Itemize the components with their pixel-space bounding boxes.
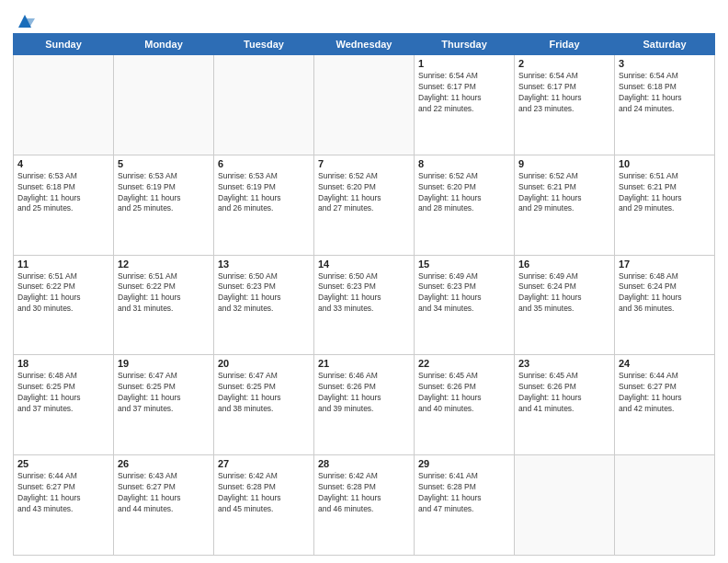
day-number: 12 — [118, 259, 210, 270]
calendar-cell — [114, 55, 214, 155]
day-info: Sunrise: 6:53 AMSunset: 6:18 PMDaylight:… — [17, 171, 109, 215]
day-info: Sunrise: 6:43 AMSunset: 6:27 PMDaylight:… — [118, 471, 210, 515]
day-number: 6 — [218, 158, 310, 169]
day-info: Sunrise: 6:45 AMSunset: 6:26 PMDaylight:… — [518, 371, 610, 415]
day-info: Sunrise: 6:45 AMSunset: 6:26 PMDaylight:… — [418, 371, 510, 415]
logo — [13, 13, 35, 31]
day-info: Sunrise: 6:48 AMSunset: 6:24 PMDaylight:… — [619, 271, 711, 316]
calendar-cell: 8Sunrise: 6:52 AMSunset: 6:20 PMDaylight… — [415, 155, 515, 255]
calendar-cell: 1Sunrise: 6:54 AMSunset: 6:17 PMDaylight… — [415, 55, 515, 155]
week-row-3: 11Sunrise: 6:51 AMSunset: 6:22 PMDayligh… — [14, 255, 715, 355]
day-number: 27 — [218, 458, 310, 469]
day-info: Sunrise: 6:54 AMSunset: 6:17 PMDaylight:… — [418, 71, 510, 115]
day-number: 24 — [619, 358, 711, 369]
day-info: Sunrise: 6:51 AMSunset: 6:22 PMDaylight:… — [17, 271, 109, 316]
day-info: Sunrise: 6:51 AMSunset: 6:21 PMDaylight:… — [619, 171, 711, 215]
week-row-2: 4Sunrise: 6:53 AMSunset: 6:18 PMDaylight… — [14, 155, 715, 255]
day-info: Sunrise: 6:46 AMSunset: 6:26 PMDaylight:… — [318, 371, 410, 415]
day-number: 16 — [518, 259, 610, 270]
day-number: 28 — [318, 458, 410, 469]
day-info: Sunrise: 6:48 AMSunset: 6:25 PMDaylight:… — [17, 371, 109, 415]
day-number: 23 — [518, 358, 610, 369]
day-number: 10 — [619, 158, 711, 169]
calendar-cell: 15Sunrise: 6:49 AMSunset: 6:23 PMDayligh… — [415, 255, 515, 355]
calendar-cell: 21Sunrise: 6:46 AMSunset: 6:26 PMDayligh… — [314, 355, 415, 455]
day-number: 15 — [418, 259, 510, 270]
calendar-cell — [14, 55, 114, 155]
day-info: Sunrise: 6:42 AMSunset: 6:28 PMDaylight:… — [318, 471, 410, 515]
day-info: Sunrise: 6:51 AMSunset: 6:22 PMDaylight:… — [118, 271, 210, 316]
day-info: Sunrise: 6:47 AMSunset: 6:25 PMDaylight:… — [218, 371, 310, 415]
calendar-page: SundayMondayTuesdayWednesdayThursdayFrid… — [0, 0, 728, 563]
header — [13, 9, 715, 28]
weekday-header-monday: Monday — [114, 34, 214, 55]
day-number: 25 — [17, 458, 109, 469]
weekday-header-tuesday: Tuesday — [214, 34, 314, 55]
calendar-cell: 19Sunrise: 6:47 AMSunset: 6:25 PMDayligh… — [114, 355, 214, 455]
weekday-header-wednesday: Wednesday — [314, 34, 415, 55]
calendar-cell: 23Sunrise: 6:45 AMSunset: 6:26 PMDayligh… — [515, 355, 615, 455]
logo-icon — [15, 11, 35, 31]
day-info: Sunrise: 6:54 AMSunset: 6:18 PMDaylight:… — [619, 71, 711, 115]
day-number: 3 — [619, 58, 711, 69]
calendar-cell: 24Sunrise: 6:44 AMSunset: 6:27 PMDayligh… — [615, 355, 715, 455]
day-info: Sunrise: 6:44 AMSunset: 6:27 PMDaylight:… — [17, 471, 109, 515]
day-number: 13 — [218, 259, 310, 270]
calendar-cell: 6Sunrise: 6:53 AMSunset: 6:19 PMDaylight… — [214, 155, 314, 255]
day-number: 26 — [118, 458, 210, 469]
day-info: Sunrise: 6:53 AMSunset: 6:19 PMDaylight:… — [118, 171, 210, 215]
day-info: Sunrise: 6:54 AMSunset: 6:17 PMDaylight:… — [518, 71, 610, 115]
calendar-cell: 10Sunrise: 6:51 AMSunset: 6:21 PMDayligh… — [615, 155, 715, 255]
day-number: 18 — [17, 358, 109, 369]
calendar-cell: 27Sunrise: 6:42 AMSunset: 6:28 PMDayligh… — [214, 455, 314, 556]
calendar-cell: 20Sunrise: 6:47 AMSunset: 6:25 PMDayligh… — [214, 355, 314, 455]
day-number: 9 — [518, 158, 610, 169]
calendar-cell: 13Sunrise: 6:50 AMSunset: 6:23 PMDayligh… — [214, 255, 314, 355]
calendar-cell: 14Sunrise: 6:50 AMSunset: 6:23 PMDayligh… — [314, 255, 415, 355]
weekday-header-saturday: Saturday — [615, 34, 715, 55]
day-number: 19 — [118, 358, 210, 369]
day-info: Sunrise: 6:49 AMSunset: 6:23 PMDaylight:… — [418, 271, 510, 316]
day-info: Sunrise: 6:50 AMSunset: 6:23 PMDaylight:… — [318, 271, 410, 316]
calendar-cell: 18Sunrise: 6:48 AMSunset: 6:25 PMDayligh… — [14, 355, 114, 455]
day-number: 20 — [218, 358, 310, 369]
week-row-1: 1Sunrise: 6:54 AMSunset: 6:17 PMDaylight… — [14, 55, 715, 155]
day-number: 2 — [518, 58, 610, 69]
calendar-cell: 5Sunrise: 6:53 AMSunset: 6:19 PMDaylight… — [114, 155, 214, 255]
calendar-table: SundayMondayTuesdayWednesdayThursdayFrid… — [13, 33, 715, 556]
day-info: Sunrise: 6:53 AMSunset: 6:19 PMDaylight:… — [218, 171, 310, 215]
day-number: 14 — [318, 259, 410, 270]
day-number: 21 — [318, 358, 410, 369]
calendar-cell: 4Sunrise: 6:53 AMSunset: 6:18 PMDaylight… — [14, 155, 114, 255]
day-info: Sunrise: 6:52 AMSunset: 6:20 PMDaylight:… — [418, 171, 510, 215]
day-number: 17 — [619, 259, 711, 270]
day-number: 1 — [418, 58, 510, 69]
week-row-4: 18Sunrise: 6:48 AMSunset: 6:25 PMDayligh… — [14, 355, 715, 455]
day-number: 5 — [118, 158, 210, 169]
day-number: 4 — [17, 158, 109, 169]
calendar-cell: 29Sunrise: 6:41 AMSunset: 6:28 PMDayligh… — [415, 455, 515, 556]
day-info: Sunrise: 6:52 AMSunset: 6:20 PMDaylight:… — [318, 171, 410, 215]
day-info: Sunrise: 6:50 AMSunset: 6:23 PMDaylight:… — [218, 271, 310, 316]
calendar-cell: 25Sunrise: 6:44 AMSunset: 6:27 PMDayligh… — [14, 455, 114, 556]
week-row-5: 25Sunrise: 6:44 AMSunset: 6:27 PMDayligh… — [14, 455, 715, 556]
day-info: Sunrise: 6:52 AMSunset: 6:21 PMDaylight:… — [518, 171, 610, 215]
day-info: Sunrise: 6:42 AMSunset: 6:28 PMDaylight:… — [218, 471, 310, 515]
calendar-cell — [314, 55, 415, 155]
logo-area — [13, 13, 35, 28]
calendar-cell — [615, 455, 715, 556]
calendar-cell — [214, 55, 314, 155]
weekday-header-row: SundayMondayTuesdayWednesdayThursdayFrid… — [14, 34, 715, 55]
weekday-header-sunday: Sunday — [14, 34, 114, 55]
day-info: Sunrise: 6:47 AMSunset: 6:25 PMDaylight:… — [118, 371, 210, 415]
weekday-header-thursday: Thursday — [415, 34, 515, 55]
day-number: 29 — [418, 458, 510, 469]
calendar-cell: 2Sunrise: 6:54 AMSunset: 6:17 PMDaylight… — [515, 55, 615, 155]
day-info: Sunrise: 6:41 AMSunset: 6:28 PMDaylight:… — [418, 471, 510, 515]
calendar-cell: 9Sunrise: 6:52 AMSunset: 6:21 PMDaylight… — [515, 155, 615, 255]
calendar-cell: 17Sunrise: 6:48 AMSunset: 6:24 PMDayligh… — [615, 255, 715, 355]
calendar-cell: 26Sunrise: 6:43 AMSunset: 6:27 PMDayligh… — [114, 455, 214, 556]
day-info: Sunrise: 6:44 AMSunset: 6:27 PMDaylight:… — [619, 371, 711, 415]
calendar-cell: 7Sunrise: 6:52 AMSunset: 6:20 PMDaylight… — [314, 155, 415, 255]
day-number: 22 — [418, 358, 510, 369]
